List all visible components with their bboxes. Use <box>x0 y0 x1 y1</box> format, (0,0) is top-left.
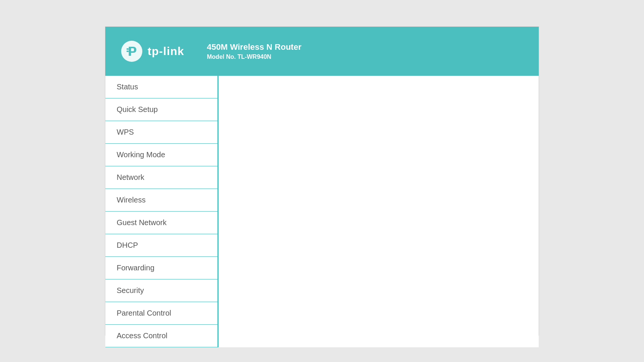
tp-link-logo-icon <box>120 40 143 63</box>
sidebar-item-quick-setup[interactable]: Quick Setup <box>105 98 217 121</box>
product-title: 450M Wireless N Router <box>207 42 301 52</box>
sidebar-item-parental-control[interactable]: Parental Control <box>105 302 217 325</box>
svg-rect-2 <box>126 51 129 52</box>
sidebar-item-dhcp[interactable]: DHCP <box>105 234 217 257</box>
sidebar: Status Quick Setup WPS Working Mode Netw… <box>105 76 219 347</box>
sidebar-item-wireless[interactable]: Wireless <box>105 189 217 212</box>
sidebar-item-forwarding[interactable]: Forwarding <box>105 257 217 279</box>
sidebar-item-access-control[interactable]: Access Control <box>105 325 217 347</box>
sidebar-item-network[interactable]: Network <box>105 166 217 189</box>
sidebar-item-security[interactable]: Security <box>105 279 217 302</box>
content-area <box>219 76 539 347</box>
router-ui: tp-link 450M Wireless N Router Model No.… <box>105 26 539 336</box>
sidebar-item-wps[interactable]: WPS <box>105 121 217 144</box>
svg-rect-1 <box>126 48 129 50</box>
sidebar-item-guest-network[interactable]: Guest Network <box>105 212 217 234</box>
header: tp-link 450M Wireless N Router Model No.… <box>105 27 539 76</box>
sidebar-item-working-mode[interactable]: Working Mode <box>105 144 217 166</box>
main-content: Status Quick Setup WPS Working Mode Netw… <box>105 76 539 347</box>
model-number: Model No. TL-WR940N <box>207 54 301 60</box>
sidebar-item-status[interactable]: Status <box>105 76 217 98</box>
logo-area: tp-link <box>120 40 184 63</box>
header-info: 450M Wireless N Router Model No. TL-WR94… <box>207 42 301 60</box>
brand-name: tp-link <box>148 45 184 58</box>
